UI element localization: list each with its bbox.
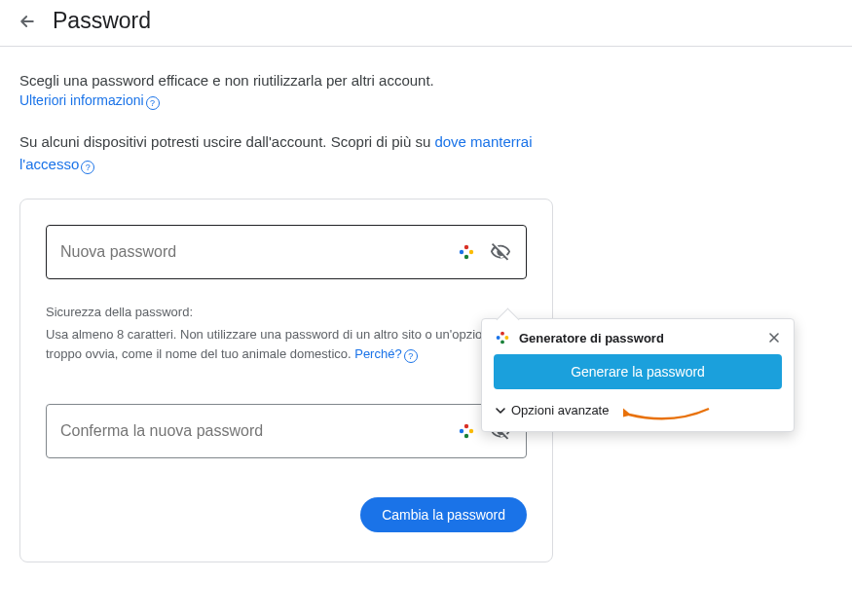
password-card: Sicurezza della password: Usa almeno 8 c… <box>19 199 553 562</box>
password-generator-popup: Generatore di password Generare la passw… <box>481 318 795 432</box>
change-password-button[interactable]: Cambia la password <box>360 497 527 532</box>
popup-close-button[interactable] <box>766 330 782 345</box>
confirm-password-field[interactable] <box>46 404 527 458</box>
generate-password-button[interactable]: Generare la password <box>494 354 782 389</box>
svg-point-11 <box>500 340 504 344</box>
intro-text: Scegli una password efficace e non riuti… <box>19 70 565 92</box>
advanced-options-label: Opzioni avanzate <box>511 403 609 417</box>
password-manager-icon[interactable] <box>458 422 475 440</box>
advanced-options-toggle[interactable]: Opzioni avanzate <box>494 403 782 417</box>
svg-point-0 <box>464 245 468 249</box>
svg-point-10 <box>504 336 508 340</box>
help-icon: ? <box>146 96 160 110</box>
logout-warning: Su alcuni dispositivi potresti uscire da… <box>19 131 565 175</box>
learn-more-label: Ulteriori informazioni <box>19 92 144 108</box>
logout-warning-text: Su alcuni dispositivi potresti uscire da… <box>19 133 434 150</box>
svg-point-7 <box>464 434 468 438</box>
password-manager-icon <box>494 329 511 346</box>
toggle-visibility-button[interactable] <box>489 240 512 264</box>
popup-title: Generatore di password <box>519 331 664 345</box>
page-title: Password <box>53 8 151 34</box>
help-icon: ? <box>404 349 418 363</box>
help-icon: ? <box>81 161 94 174</box>
new-password-field[interactable] <box>46 225 527 279</box>
password-manager-icon[interactable] <box>458 243 475 261</box>
svg-point-2 <box>469 250 473 254</box>
svg-point-5 <box>460 429 463 433</box>
svg-point-8 <box>500 332 504 336</box>
learn-more-link[interactable]: Ulteriori informazioni? <box>19 92 160 108</box>
close-icon <box>768 332 780 344</box>
svg-point-6 <box>469 429 473 433</box>
svg-point-9 <box>497 336 500 340</box>
confirm-password-input[interactable] <box>60 422 458 440</box>
svg-point-3 <box>464 255 468 259</box>
why-link[interactable]: Perché?? <box>354 346 417 361</box>
new-password-input[interactable] <box>60 243 458 261</box>
why-label: Perché? <box>354 346 401 361</box>
chevron-down-icon <box>494 404 507 417</box>
eye-off-icon <box>490 241 511 263</box>
strength-desc-text: Usa almeno 8 caratteri. Non utilizzare u… <box>46 327 497 361</box>
svg-point-1 <box>460 250 463 254</box>
arrow-left-icon <box>18 12 37 31</box>
password-strength-label: Sicurezza della password: <box>46 305 527 319</box>
back-button[interactable] <box>16 10 39 33</box>
svg-point-4 <box>464 424 468 428</box>
password-strength-desc: Usa almeno 8 caratteri. Non utilizzare u… <box>46 325 527 363</box>
